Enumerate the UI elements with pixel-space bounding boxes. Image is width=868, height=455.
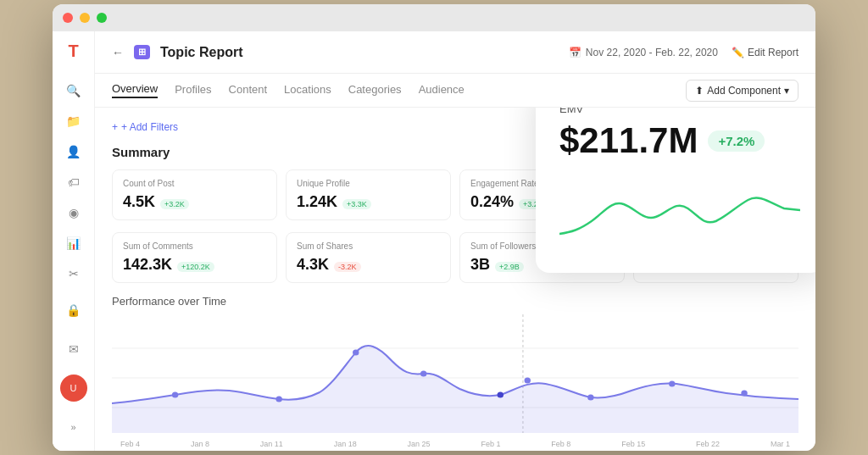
metric-value: 3B [470, 256, 490, 274]
chart-point [669, 381, 675, 387]
metric-badge: +3.2K [160, 199, 189, 209]
x-label-feb4: Feb 4 [120, 440, 140, 448]
topic-icon: ⊞ [134, 45, 150, 59]
upload-icon: ⬆ [695, 85, 704, 97]
emv-card: EMV $211.7M +7.2% [536, 108, 815, 273]
metric-sum-comments: Sum of Comments 142.3K +120.2K [112, 232, 277, 283]
metric-label: Count of Post [123, 179, 266, 188]
sidebar: T 🔍 📁 👤 🏷 ◉ 📊 ✂ 🔒 ✉ U » [53, 31, 95, 451]
metric-badge: +120.2K [177, 262, 214, 272]
x-label-jan18: Jan 18 [334, 440, 357, 448]
tab-locations[interactable]: Locations [284, 83, 331, 97]
mail-icon[interactable]: ✉ [60, 336, 87, 363]
performance-title: Performance over Time [112, 295, 798, 308]
metric-value: 1.24K [297, 193, 337, 211]
x-label-mar1: Mar 1 [771, 440, 790, 448]
x-label-feb8: Feb 8 [551, 440, 570, 448]
chart-point [275, 397, 281, 402]
emv-chart [559, 175, 800, 259]
folder-icon[interactable]: 📁 [60, 114, 87, 129]
metric-unique-profile: Unique Profile 1.24K +3.3K [286, 169, 451, 220]
close-button[interactable] [63, 13, 73, 23]
x-axis-labels: Feb 4 Jan 8 Jan 11 Jan 18 Jan 25 Feb 1 F… [112, 440, 798, 448]
x-label-feb15: Feb 15 [621, 440, 645, 448]
chart-icon[interactable]: 📊 [60, 236, 87, 251]
chart-point [587, 395, 593, 401]
tab-profiles[interactable]: Profiles [175, 83, 211, 97]
chart-point [353, 350, 359, 356]
emv-badge: +7.2% [708, 130, 765, 152]
emv-chart-svg [559, 175, 800, 259]
main-content: ← ⊞ Topic Report 📅 Nov 22, 2020 - Feb. 2… [95, 31, 815, 451]
metric-sum-shares: Sum of Shares 4.3K -3.2K [286, 232, 451, 283]
chart-point [525, 378, 531, 384]
tab-categories[interactable]: Categories [348, 83, 402, 97]
user-icon[interactable]: 👤 [60, 144, 87, 159]
feed-icon[interactable]: ◉ [60, 205, 87, 220]
title-bar [53, 4, 815, 31]
top-bar: ← ⊞ Topic Report 📅 Nov 22, 2020 - Feb. 2… [95, 31, 815, 74]
scissors-icon[interactable]: ✂ [60, 266, 87, 281]
metric-value: 4.3K [297, 256, 329, 274]
metric-value: 142.3K [123, 256, 172, 274]
edit-icon: ✏️ [732, 47, 744, 58]
avatar-icon[interactable]: U [60, 375, 87, 402]
metric-value: 4.5K [123, 193, 155, 211]
metric-label: Sum of Comments [123, 241, 266, 251]
minimize-button[interactable] [80, 13, 90, 23]
plus-icon: + [112, 121, 118, 133]
x-label-jan8: Jan 8 [191, 440, 209, 448]
page-title: Topic Report [160, 45, 242, 60]
emv-line [559, 197, 800, 234]
emv-label: EMV [559, 108, 800, 115]
emv-value: $211.7M [559, 120, 698, 161]
metric-badge: +3.3K [342, 199, 371, 209]
tab-content[interactable]: Content [229, 83, 268, 97]
performance-chart-svg [112, 314, 798, 433]
performance-chart: Feb 4 Jan 8 Jan 11 Jan 18 Jan 25 Feb 1 F… [112, 314, 798, 450]
x-label-feb22: Feb 22 [696, 440, 720, 448]
metric-label: Unique Profile [297, 179, 440, 188]
metric-badge: -3.2K [334, 262, 361, 272]
expand-icon[interactable]: » [60, 413, 87, 441]
x-label-jan25: Jan 25 [408, 440, 431, 448]
sidebar-logo[interactable]: T [68, 42, 78, 61]
tab-audience[interactable]: Audience [419, 83, 465, 97]
nav-tabs: Overview Profiles Content Locations Cate… [95, 74, 815, 108]
date-range: 📅 Nov 22, 2020 - Feb. 22, 2020 [569, 47, 718, 58]
metric-count-of-post: Count of Post 4.5K +3.2K [112, 169, 277, 220]
lock-icon[interactable]: 🔒 [60, 297, 87, 324]
x-label-feb1: Feb 1 [481, 440, 500, 448]
search-icon[interactable]: 🔍 [60, 83, 87, 98]
content-area: + + Add Filters Summary Count of Post 4.… [95, 108, 815, 451]
edit-report-button[interactable]: ✏️ Edit Report [732, 47, 798, 58]
metric-value: 0.24% [470, 193, 514, 211]
calendar-icon: 📅 [569, 47, 581, 58]
chevron-down-icon: ▾ [784, 85, 789, 97]
metric-badge: +2.9B [495, 262, 524, 272]
chart-point [498, 392, 504, 398]
tag-icon[interactable]: 🏷 [60, 175, 87, 190]
chart-point [741, 391, 747, 397]
chart-point [420, 371, 426, 377]
add-component-button[interactable]: ⬆ Add Component ▾ [686, 80, 798, 102]
tab-overview[interactable]: Overview [112, 82, 158, 98]
chart-point [172, 392, 178, 398]
metric-label: Sum of Shares [297, 241, 440, 251]
x-label-jan11: Jan 11 [260, 440, 283, 448]
back-button[interactable]: ← [112, 46, 124, 59]
maximize-button[interactable] [97, 13, 107, 23]
